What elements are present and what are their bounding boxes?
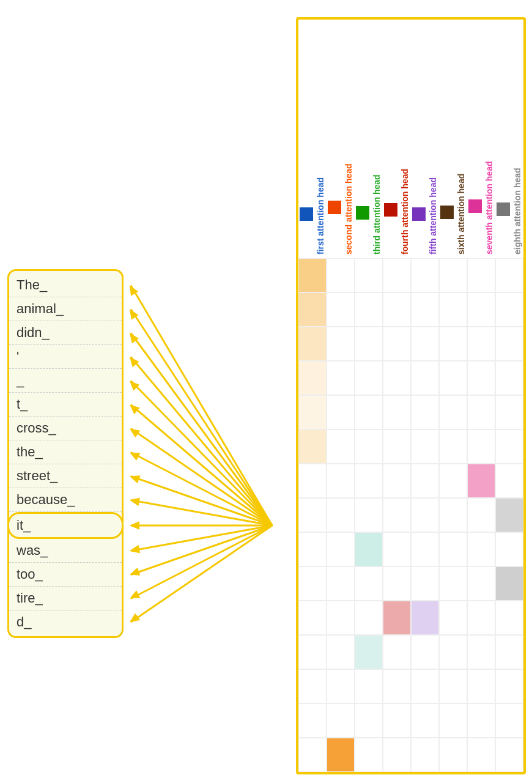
grid-cell [383,669,411,703]
attention-head-label: eighth attention head [495,20,523,258]
grid-cell [383,327,411,361]
grid-cell [383,532,411,566]
attention-head-label: second attention head [327,20,355,258]
grid-cell [439,601,467,635]
word-item: The_ [9,273,122,297]
grid-cell [298,429,327,464]
attention-head-label: fifth attention head [411,20,439,258]
grid-cell [298,532,327,566]
word-item: didn_ [9,321,122,345]
word-item: tire_ [9,587,122,610]
grid-cell [439,669,467,703]
grid-cell [298,601,327,635]
grid-cell [467,635,495,669]
word-item: the_ [9,440,122,464]
word-item: cross_ [9,417,122,440]
grid-col [439,258,467,772]
grid-col [298,258,327,772]
grid-cell [411,395,439,429]
attention-head-label: first attention head [298,20,327,258]
grid-cell [439,703,467,738]
word-item: _ [9,369,122,393]
grid-cell [467,429,495,464]
grid-col [383,258,411,772]
grid-cell [411,464,439,498]
grid-cell [298,738,327,772]
grid-cell [327,635,355,669]
grid-cell [355,601,383,635]
grid-cell [298,464,327,498]
grid-cell [411,327,439,361]
grid-cell [439,327,467,361]
attention-head-label: fourth attention head [383,20,411,258]
attention-head-label: third attention head [355,20,383,258]
grid-cell [411,635,439,669]
grid-cell [467,395,495,429]
word-item: because_ [9,488,122,512]
grid-cell [439,566,467,601]
grid-cell [439,464,467,498]
grid-cell [467,703,495,738]
grid-cell [411,703,439,738]
grid-cell [383,361,411,395]
grid-cell [411,361,439,395]
grid-cell [298,669,327,703]
attention-head-label: sixth attention head [439,20,467,258]
word-item: street_ [9,464,122,488]
grid-cell [439,429,467,464]
grid-cell [467,292,495,327]
grid-cell [495,703,523,738]
grid-cell [495,361,523,395]
grid-cell [411,738,439,772]
grid-cell [467,532,495,566]
grid-col [495,258,523,772]
grid-cell [495,395,523,429]
grid-cell [383,738,411,772]
grid-cell [327,395,355,429]
grid-cell [383,292,411,327]
grid-cell [298,292,327,327]
grid-cell [411,429,439,464]
grid-cell [495,635,523,669]
grid-cell [355,635,383,669]
grid-cell [383,601,411,635]
grid-cell [411,532,439,566]
grid-cell [355,532,383,566]
word-item: ' [9,345,122,369]
grid-cell [495,601,523,635]
grid-cell [298,498,327,532]
grid-cell [327,601,355,635]
grid-cell [467,566,495,601]
grid-cell [383,429,411,464]
grid-cell [495,258,523,292]
grid-cell [383,635,411,669]
grid-cell [355,738,383,772]
word-item: d_ [9,610,122,634]
grid-cell [495,532,523,566]
word-item: was_ [9,539,122,563]
grid-cell [355,566,383,601]
grid-cell [355,361,383,395]
grid-cell [327,532,355,566]
grid-cell [467,327,495,361]
grid-cell [495,327,523,361]
attention-grid: first attention headsecond attention hea… [296,17,526,774]
grid-cell [355,464,383,498]
grid-cell [355,669,383,703]
grid-cell [439,498,467,532]
grid-cell [439,395,467,429]
grid-cell [411,566,439,601]
grid-cell [411,601,439,635]
grid-cell [298,566,327,601]
grid-cell [327,703,355,738]
grid-cell [411,498,439,532]
grid-cell [355,429,383,464]
word-item: animal_ [9,297,122,321]
grid-cell [327,327,355,361]
grid-cell [298,395,327,429]
word-list: The_animal_didn_'_t_cross_the_street_bec… [7,269,124,638]
grid-cell [495,566,523,601]
grid-cell [327,669,355,703]
grid-cell [383,566,411,601]
word-item: t_ [9,393,122,417]
